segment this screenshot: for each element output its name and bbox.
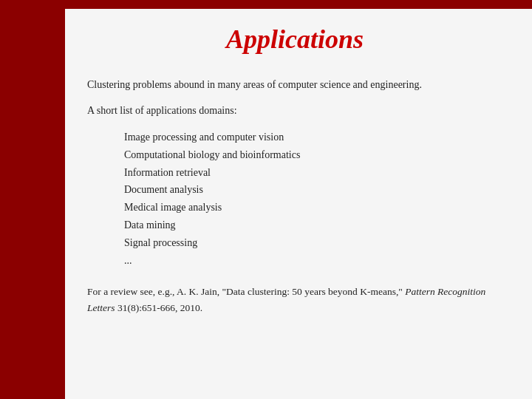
applications-list: Image processing and computer visionComp… xyxy=(124,129,502,269)
sidebar-bar xyxy=(0,0,65,399)
list-item: Signal processing xyxy=(124,234,502,252)
slide-title: Applications xyxy=(87,24,502,55)
reference-end: 31(8):651-666, 2010. xyxy=(117,302,202,313)
list-item: ... xyxy=(124,252,502,270)
reference-plain: For a review see, e.g., A. K. Jain, "Dat… xyxy=(87,286,405,297)
list-item: Image processing and computer vision xyxy=(124,129,502,146)
list-item: Document analysis xyxy=(124,181,502,199)
slide-content: Applications Clustering problems abound … xyxy=(65,9,532,399)
list-item: Data mining xyxy=(124,216,502,234)
list-item: Medical image analysis xyxy=(124,199,502,216)
list-item: Information retrieval xyxy=(124,164,502,182)
intro-text-1: Clustering problems abound in many areas… xyxy=(87,77,502,92)
reference-text: For a review see, e.g., A. K. Jain, "Dat… xyxy=(87,284,502,316)
top-bar xyxy=(65,0,532,9)
list-item: Computational biology and bioinformatics xyxy=(124,146,502,164)
intro-text-2: A short list of applications domains: xyxy=(87,103,502,118)
